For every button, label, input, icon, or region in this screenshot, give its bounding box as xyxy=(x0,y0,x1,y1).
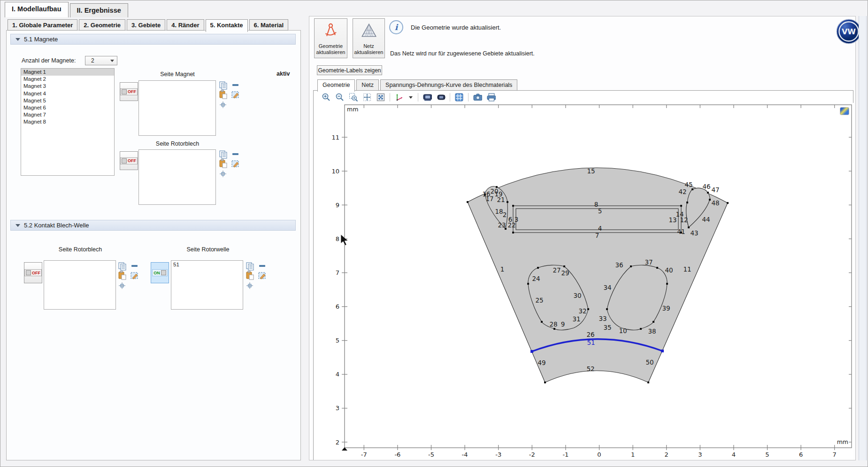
selected-vertex-marker[interactable] xyxy=(530,350,533,353)
vertex-marker xyxy=(656,267,658,269)
toolbar-separator xyxy=(390,93,390,101)
dropdown-caret-icon[interactable] xyxy=(408,93,414,102)
boundary-label-50: 50 xyxy=(645,358,653,366)
graphics-tab-2[interactable]: Spannungs-Dehnungs-Kurve des Blechmateri… xyxy=(380,79,517,91)
toggle-seite-rotorblech[interactable]: OFF xyxy=(120,151,138,170)
zoom-to-selection-icon[interactable] xyxy=(246,282,253,289)
selection-list-seite-rotorblech[interactable] xyxy=(138,149,216,205)
x-tick-label: 3 xyxy=(698,451,702,458)
x-tick-label: -6 xyxy=(394,451,400,458)
remove-icon[interactable] xyxy=(232,84,238,86)
camera-icon[interactable] xyxy=(473,93,482,102)
boundary-label-45: 45 xyxy=(684,181,692,188)
boundary-label-7: 7 xyxy=(595,232,599,239)
button-label-line1: Netz xyxy=(354,43,384,49)
update-mesh-button[interactable]: Netz aktualisieren xyxy=(353,18,385,58)
fit-window-icon[interactable] xyxy=(376,93,385,102)
clear-selection-icon[interactable] xyxy=(131,272,138,279)
clear-selection-icon[interactable] xyxy=(259,272,265,279)
grid-toggle-icon[interactable] xyxy=(454,93,464,102)
boundary-label-33: 33 xyxy=(599,315,607,322)
paste-icon[interactable] xyxy=(220,90,227,99)
image-snapshot-icon[interactable] xyxy=(422,93,432,102)
selection-entry[interactable]: 51 xyxy=(173,262,241,267)
clear-selection-icon[interactable] xyxy=(232,161,238,167)
magnet-list-item[interactable]: Magnet 7 xyxy=(21,111,114,118)
print-icon[interactable] xyxy=(486,93,496,102)
magnet-list-item[interactable]: Magnet 5 xyxy=(21,97,114,104)
x-tick-label: 1 xyxy=(631,451,635,458)
graphics-canvas[interactable]: -7-6-5-4-3-2-101234567234567891011 mm mm… xyxy=(314,103,853,460)
selected-vertex-marker[interactable] xyxy=(661,350,664,352)
copy-icon[interactable] xyxy=(220,151,227,158)
subtab-5[interactable]: 6. Material xyxy=(249,19,289,31)
section-header-magnete[interactable]: 5.1 Magnete xyxy=(10,34,296,45)
paste-icon[interactable] xyxy=(220,159,227,168)
vertex-marker xyxy=(467,201,469,203)
boundary-label-24: 24 xyxy=(532,275,540,282)
view-orientation-icon[interactable] xyxy=(394,93,404,102)
boundary-label-13: 13 xyxy=(668,216,676,224)
copy-icon[interactable] xyxy=(119,263,126,270)
zoom-out-icon[interactable] xyxy=(335,93,345,102)
magnet-list-item[interactable]: Magnet 4 xyxy=(21,90,114,97)
boundary-label-6: 6 xyxy=(508,216,513,223)
plot-thumbnail-icon[interactable] xyxy=(840,107,849,115)
subtab-2[interactable]: 3. Gebiete xyxy=(127,19,165,31)
boundary-label-43: 43 xyxy=(690,229,698,237)
copy-icon[interactable] xyxy=(246,263,253,270)
zoom-to-selection-icon[interactable] xyxy=(220,101,226,108)
y-tick-label: 8 xyxy=(336,235,339,242)
application-window: I. ModellaufbauII. Ergebnisse 1. Globale… xyxy=(0,0,868,467)
show-geometry-labels-button[interactable]: Geometrie-Labels zeigen xyxy=(317,65,382,75)
zoom-box-icon[interactable] xyxy=(349,93,358,102)
svg-text:VW: VW xyxy=(842,27,856,36)
selection-list-seite-magnet[interactable] xyxy=(138,80,216,136)
magnet-list[interactable]: Magnet 1Magnet 2Magnet 3Magnet 4Magnet 5… xyxy=(21,68,115,176)
magnet-list-item[interactable]: Magnet 6 xyxy=(21,104,114,111)
graphics-tab-0[interactable]: Geometrie xyxy=(317,79,355,92)
vertex-marker xyxy=(553,328,555,330)
window-tab-0[interactable]: I. Modellaufbau xyxy=(5,2,69,17)
magnet-list-item[interactable]: Magnet 8 xyxy=(21,118,114,125)
magnet-count-dropdown[interactable]: 2 xyxy=(85,56,117,65)
update-geometry-button[interactable]: Geometrie aktualisieren xyxy=(314,18,347,58)
vertex-marker xyxy=(691,188,693,190)
zoom-in-icon[interactable] xyxy=(322,93,331,102)
vertex-marker xyxy=(653,321,654,323)
remove-icon[interactable] xyxy=(259,265,265,267)
remove-icon[interactable] xyxy=(131,265,138,267)
zoom-to-selection-icon[interactable] xyxy=(119,282,125,289)
panel-title-kontakt-rotorwelle: Seite Rotorwelle xyxy=(186,246,229,253)
paste-icon[interactable] xyxy=(119,271,126,280)
subtab-1[interactable]: 2. Geometrie xyxy=(79,19,125,31)
toggle-seite-magnet[interactable]: OFF xyxy=(120,82,138,101)
unit-label-top: mm xyxy=(347,106,358,113)
remove-icon[interactable] xyxy=(232,153,238,155)
subtab-3[interactable]: 4. Ränder xyxy=(167,19,204,31)
subtab-0[interactable]: 1. Globale Parameter xyxy=(8,19,77,31)
x-tick-label: 0 xyxy=(597,451,601,458)
selection-list-kontakt-rotorwelle[interactable]: 51 xyxy=(171,260,243,310)
magnet-list-item[interactable]: Magnet 1 xyxy=(21,69,114,76)
button-label-line1: Geometrie xyxy=(316,43,346,49)
clear-selection-icon[interactable] xyxy=(232,92,238,98)
copy-icon[interactable] xyxy=(220,82,227,89)
selection-list-kontakt-rotorblech[interactable] xyxy=(44,260,116,310)
subtab-4[interactable]: 5. Kontakte xyxy=(206,19,248,32)
x-tick-label: 2 xyxy=(665,451,668,458)
magnet-list-item[interactable]: Magnet 2 xyxy=(21,76,114,83)
paste-icon[interactable] xyxy=(246,271,253,280)
toolbar-separator xyxy=(450,93,450,101)
zoom-to-selection-icon[interactable] xyxy=(220,171,226,177)
toggle-kontakt-rotorblech[interactable]: OFF xyxy=(24,262,42,283)
vertex-marker xyxy=(686,202,688,203)
magnet-list-item[interactable]: Magnet 3 xyxy=(21,83,114,90)
toggle-kontakt-rotorwelle[interactable]: ON xyxy=(151,262,169,283)
zoom-extents-icon[interactable] xyxy=(362,93,372,102)
section-header-kontakt[interactable]: 5.2 Kontakt Blech-Welle xyxy=(10,220,296,231)
graphics-tab-1[interactable]: Netz xyxy=(356,79,379,91)
window-tab-1[interactable]: II. Ergebnisse xyxy=(70,3,128,17)
image-export-icon[interactable] xyxy=(436,93,446,102)
y-tick-label: 9 xyxy=(336,202,339,209)
